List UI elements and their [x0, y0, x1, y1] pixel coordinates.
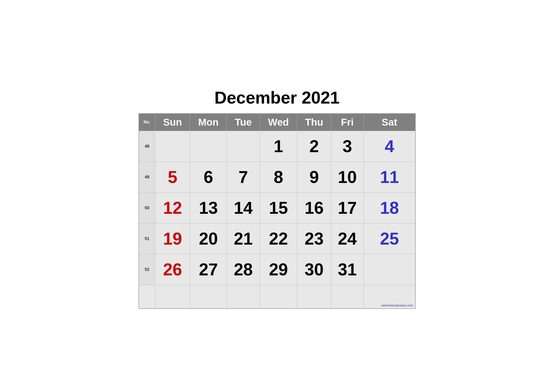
- calendar-day: 30: [297, 254, 331, 285]
- calendar-day: 19: [155, 223, 190, 254]
- calendar-day: 24: [331, 223, 364, 254]
- week-number: 52: [139, 254, 155, 285]
- calendar-day: 15: [260, 192, 297, 223]
- calendar-day: 29: [260, 254, 297, 285]
- calendar-day: 23: [297, 223, 331, 254]
- calendar-day: 12: [155, 192, 190, 223]
- empty-day: [155, 285, 190, 308]
- calendar-day: 20: [190, 223, 227, 254]
- calendar-day: 25: [364, 223, 415, 254]
- calendar-day: 13: [190, 192, 227, 223]
- empty-week-num: [139, 285, 155, 308]
- calendar-table: No. Sun Mon Tue Wed Thu Fri Sat 48123449…: [138, 113, 416, 309]
- table-row: 481234: [139, 131, 416, 162]
- calendar-day: 4: [364, 131, 415, 162]
- table-row: 52262728293031: [139, 254, 416, 285]
- empty-day: [331, 285, 364, 308]
- calendar-day: 8: [260, 162, 297, 192]
- calendar-day: 14: [227, 192, 260, 223]
- calendar-day: 21: [227, 223, 260, 254]
- calendar-day: 22: [260, 223, 297, 254]
- calendar-day: 31: [331, 254, 364, 285]
- calendar-day: 11: [364, 162, 415, 192]
- header-sat: Sat: [364, 113, 415, 131]
- header-no: No.: [139, 113, 155, 131]
- calendar-day: 27: [190, 254, 227, 285]
- table-row: 5119202122232425: [139, 223, 416, 254]
- header-tue: Tue: [227, 113, 260, 131]
- week-number: 51: [139, 223, 155, 254]
- calendar-day: 17: [331, 192, 364, 223]
- calendar-body: 4812344956789101150121314151617185119202…: [139, 131, 416, 308]
- calendar-day: 2: [297, 131, 331, 162]
- calendar-day: 7: [227, 162, 260, 192]
- calendar-day: 26: [155, 254, 190, 285]
- calendar-day: 1: [260, 131, 297, 162]
- calendar-day: 18: [364, 192, 415, 223]
- empty-day: [227, 285, 260, 308]
- calendar-title: December 2021: [138, 83, 416, 113]
- week-number: 48: [139, 131, 155, 162]
- empty-day: [190, 285, 227, 308]
- calendar-day: 10: [331, 162, 364, 192]
- header-thu: Thu: [297, 113, 331, 131]
- calendar-day: [227, 131, 260, 162]
- header-row: No. Sun Mon Tue Wed Thu Fri Sat: [139, 113, 416, 131]
- week-number: 49: [139, 162, 155, 192]
- week-number: 50: [139, 192, 155, 223]
- calendar-day: 3: [331, 131, 364, 162]
- header-mon: Mon: [190, 113, 227, 131]
- calendar-day: 28: [227, 254, 260, 285]
- empty-row: whenisiscalendars.com: [139, 285, 416, 308]
- empty-day: whenisiscalendars.com: [364, 285, 415, 308]
- empty-day: [297, 285, 331, 308]
- calendar-day: 5: [155, 162, 190, 192]
- calendar-day: 9: [297, 162, 331, 192]
- calendar-day: 16: [297, 192, 331, 223]
- header-sun: Sun: [155, 113, 190, 131]
- calendar-day: 6: [190, 162, 227, 192]
- calendar-day: [364, 254, 415, 285]
- table-row: 49567891011: [139, 162, 416, 192]
- watermark-link[interactable]: whenisiscalendars.com: [381, 304, 413, 307]
- header-fri: Fri: [331, 113, 364, 131]
- calendar-day: [190, 131, 227, 162]
- empty-day: [260, 285, 297, 308]
- calendar-container: December 2021 No. Sun Mon Tue Wed Thu Fr…: [138, 83, 416, 309]
- header-wed: Wed: [260, 113, 297, 131]
- table-row: 5012131415161718: [139, 192, 416, 223]
- calendar-day: [155, 131, 190, 162]
